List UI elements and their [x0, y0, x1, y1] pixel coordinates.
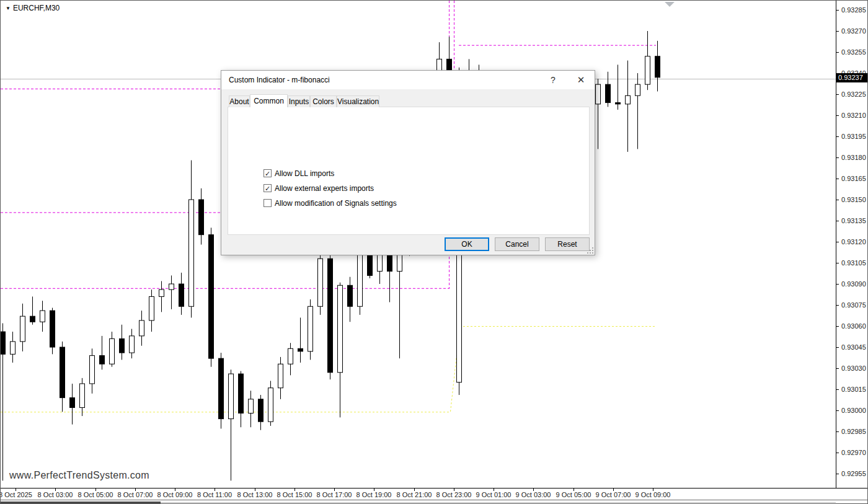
scrollbar-track[interactable]	[161, 502, 836, 503]
time-axis-label: 9 Oct 09:00	[636, 491, 671, 498]
tab-visualization[interactable]: Visualization	[337, 95, 379, 107]
time-axis-label: 8 Oct 03:00	[38, 491, 73, 498]
candle-body	[259, 399, 264, 422]
horizontal-scrollbar	[1, 500, 868, 504]
symbol-dropdown-icon: ▼	[6, 6, 11, 11]
price-axis-label: 0.92955	[841, 470, 866, 477]
price-tick	[836, 52, 839, 53]
candle-body	[606, 84, 611, 102]
price-tick	[836, 94, 839, 95]
scrollbar-thumb[interactable]	[1, 502, 161, 504]
checkbox-label: Allow external experts imports	[275, 184, 374, 193]
price-axis-label: 0.93000	[841, 407, 866, 414]
price-axis-label: 0.93135	[841, 217, 866, 224]
candle-body	[645, 56, 650, 84]
price-axis-label: 0.93180	[841, 154, 866, 161]
candle-body	[318, 259, 323, 306]
price-tick	[836, 10, 839, 11]
time-axis-label: 8 Oct 21:00	[397, 491, 432, 498]
tab-colors[interactable]: Colors	[310, 95, 337, 107]
common-tab-panel: ✓ Allow DLL imports ✓ Allow external exp…	[228, 107, 590, 235]
candle-body	[1, 332, 6, 354]
time-axis-label: 8 Oct 15:00	[277, 491, 312, 498]
price-axis-label: 0.93210	[841, 112, 866, 119]
candle-body	[229, 374, 234, 419]
allow-dll-imports-checkbox[interactable]: ✓	[264, 169, 272, 177]
candle-body	[308, 306, 313, 351]
price-tick	[836, 221, 839, 221]
candle-body	[288, 348, 293, 364]
candle-body	[159, 290, 164, 296]
reset-button[interactable]: Reset	[545, 237, 590, 251]
candle-body	[120, 338, 125, 353]
price-axis-label: 0.93120	[841, 238, 866, 245]
price-tick	[836, 200, 839, 200]
candle-body	[596, 84, 601, 104]
candle-body	[278, 364, 283, 388]
close-icon[interactable]: ✕	[570, 71, 592, 89]
price-axis-label: 0.93090	[841, 280, 866, 288]
time-axis-label: 8 Oct 07:00	[118, 491, 153, 498]
help-button[interactable]: ?	[542, 71, 564, 89]
candle-body	[140, 321, 144, 336]
time-axis-label: 8 Oct 11:00	[197, 491, 232, 498]
tab-inputs[interactable]: Inputs	[288, 95, 310, 107]
cancel-button[interactable]: Cancel	[495, 237, 539, 251]
time-axis-label: 8 Oct 13:00	[237, 491, 273, 498]
price-tick	[836, 431, 839, 432]
candle-body	[358, 249, 363, 306]
candle-body	[199, 200, 204, 235]
price-tick	[836, 31, 839, 32]
price-tick	[836, 410, 839, 411]
candle-body	[149, 296, 154, 321]
dialog-titlebar[interactable]: Custom Indicator - m-fibonacci ? ✕	[221, 71, 595, 89]
candle-body	[40, 311, 45, 322]
candle-body	[249, 399, 254, 413]
price-axis-label: 0.93285	[841, 6, 866, 14]
time-axis-label: 9 Oct 07:00	[596, 491, 631, 498]
candle-body	[70, 398, 75, 408]
tab-about[interactable]: About	[229, 95, 250, 107]
price-axis-label: 0.93225	[841, 91, 866, 98]
candle-body	[20, 316, 25, 342]
price-axis-label: 0.93105	[841, 259, 866, 267]
candle-body	[616, 103, 621, 104]
price-axis-label: 0.93270	[841, 27, 866, 35]
price-tick	[836, 347, 839, 348]
resize-grip[interactable]	[587, 247, 593, 254]
candle-body	[298, 348, 303, 351]
time-axis-label: 8 Oct 17:00	[317, 491, 352, 498]
candle-body	[179, 284, 184, 306]
price-tick	[836, 284, 839, 285]
checkbox-label: Allow DLL imports	[275, 169, 334, 178]
chart-shift-triangle-icon[interactable]	[665, 2, 675, 7]
tab-common[interactable]: Common	[250, 94, 288, 107]
price-axis-label: 0.93015	[841, 386, 866, 393]
time-axis-label: 9 Oct 01:00	[476, 491, 512, 498]
candle-body	[636, 84, 640, 95]
price-tick	[836, 305, 839, 306]
price-axis-label: 0.93165	[841, 175, 866, 182]
candle-body	[60, 347, 65, 398]
candle-body	[130, 336, 135, 353]
ok-button[interactable]: OK	[445, 237, 489, 251]
mt4-chart-window: ▼EURCHF,M30 www.PerfectTrendSystem.com 0…	[0, 0, 868, 504]
price-axis-label: 0.93045	[841, 343, 866, 351]
time-axis-label: 8 Oct 19:00	[356, 491, 392, 498]
candle-body	[239, 374, 244, 413]
candle-body	[110, 338, 115, 364]
time-axis-label: 9 Oct 05:00	[556, 491, 591, 498]
price-axis-label: 0.93030	[841, 365, 866, 372]
allow-external-experts-checkbox[interactable]: ✓	[264, 184, 272, 192]
current-price-tag: 0.93237	[836, 73, 867, 82]
allow-signals-modification-checkbox[interactable]	[264, 199, 272, 207]
candle-body	[338, 285, 343, 373]
candle-body	[328, 259, 333, 373]
price-axis-label: 0.93150	[841, 196, 866, 203]
checkbox-label: Allow modification of Signals settings	[275, 199, 397, 208]
candle-body	[189, 200, 194, 306]
price-tick	[836, 242, 839, 242]
candle-body	[268, 388, 273, 422]
candle-body	[348, 285, 353, 306]
price-tick	[836, 157, 839, 158]
